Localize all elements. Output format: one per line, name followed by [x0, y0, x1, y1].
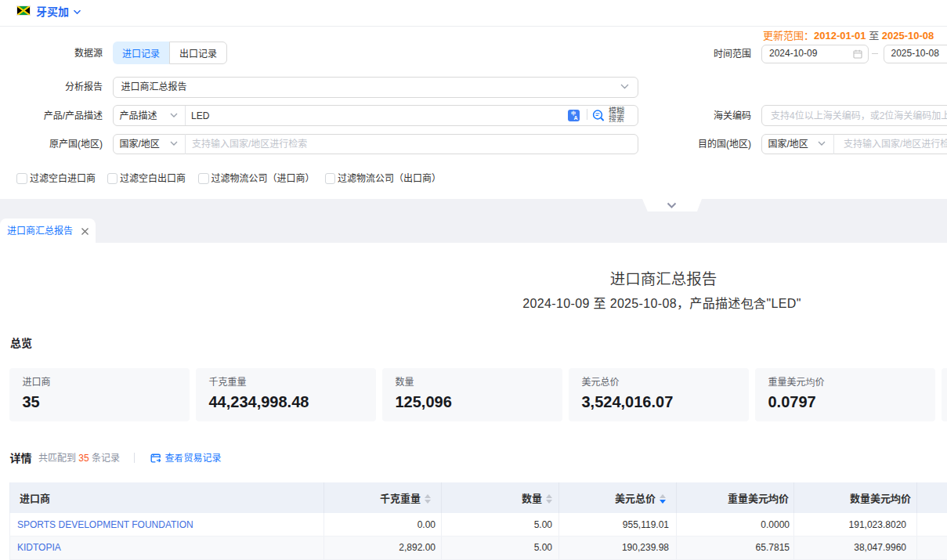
svg-text:A: A: [574, 114, 578, 120]
